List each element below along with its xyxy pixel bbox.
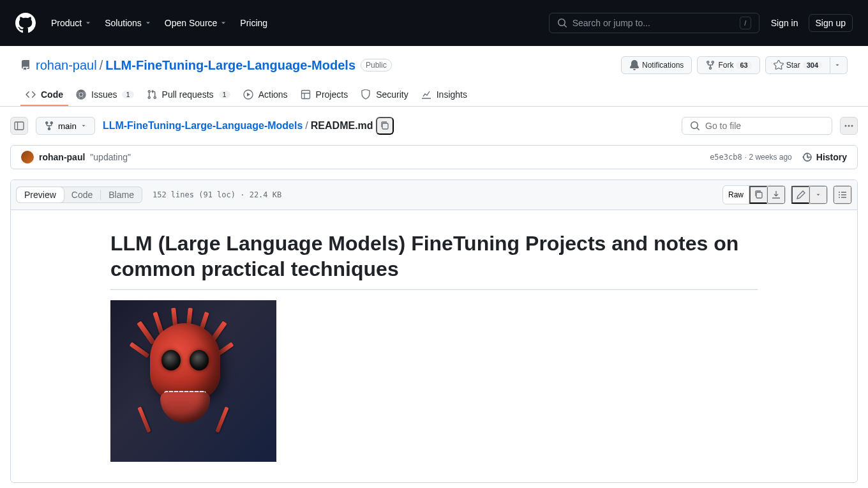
commit-author[interactable]: rohan-paul (39, 152, 85, 162)
repo-icon (20, 60, 31, 70)
tab-security[interactable]: Security (355, 84, 414, 106)
file-box: Preview Code Blame 152 lines (91 loc) · … (10, 179, 858, 483)
chevron-down-icon (815, 192, 821, 198)
table-icon (301, 89, 311, 100)
nav-product[interactable]: Product (46, 14, 97, 32)
svg-rect-2 (301, 91, 310, 99)
svg-point-7 (851, 125, 853, 127)
issues-count: 1 (122, 91, 133, 98)
file-info: 152 lines (91 loc) · 22.4 KB (153, 190, 722, 199)
star-icon (774, 60, 784, 70)
repo-name-link[interactable]: LLM-FineTuning-Large-Language-Models (105, 58, 355, 73)
view-code[interactable]: Code (64, 187, 100, 202)
copy-path-button[interactable] (376, 117, 394, 135)
star-button[interactable]: Star 304 (765, 56, 830, 74)
download-icon (771, 190, 781, 200)
pr-count: 1 (219, 91, 230, 98)
file-toolbar: Preview Code Blame 152 lines (91 loc) · … (11, 180, 857, 210)
svg-rect-4 (382, 123, 388, 129)
star-count: 304 (803, 61, 822, 69)
tab-actions[interactable]: Actions (238, 84, 293, 106)
primary-nav: Product Solutions Open Source Pricing (46, 14, 549, 32)
svg-rect-3 (15, 122, 24, 130)
breadcrumb: LLM-FineTuning-Large-Language-Models / R… (103, 117, 674, 135)
markdown-body: LLM (Large Language Models) FineTuning P… (11, 210, 857, 482)
goto-file-input[interactable] (682, 117, 832, 135)
nav-pricing[interactable]: Pricing (235, 14, 273, 32)
search-placeholder: Search or jump to... (572, 18, 740, 28)
outline-button[interactable] (834, 186, 851, 204)
tab-insights[interactable]: Insights (416, 84, 472, 106)
svg-rect-9 (756, 192, 762, 198)
tab-code[interactable]: Code (20, 84, 68, 106)
tab-issues[interactable]: Issues1 (71, 84, 139, 106)
file-nav: main LLM-FineTuning-Large-Language-Model… (0, 107, 868, 145)
branch-icon (44, 121, 54, 131)
more-button[interactable] (840, 117, 858, 135)
chevron-down-icon (834, 62, 841, 68)
star-menu-button[interactable] (830, 56, 848, 74)
download-button[interactable] (767, 186, 785, 204)
goto-file-field[interactable] (705, 121, 824, 131)
code-icon (26, 89, 36, 100)
view-preview[interactable]: Preview (17, 187, 64, 202)
readme-image (110, 300, 276, 462)
raw-button[interactable]: Raw (723, 186, 749, 204)
breadcrumb-root[interactable]: LLM-FineTuning-Large-Language-Models (103, 120, 303, 132)
svg-point-6 (848, 125, 850, 127)
tab-projects[interactable]: Projects (296, 84, 354, 106)
edit-button[interactable] (791, 186, 809, 204)
shield-icon (361, 89, 371, 100)
copy-raw-button[interactable] (749, 186, 767, 204)
commit-sha[interactable]: e5e3cb8 (710, 153, 742, 162)
edit-menu-button[interactable] (809, 186, 827, 204)
copy-icon (380, 121, 390, 131)
list-icon (837, 190, 848, 200)
global-header: Product Solutions Open Source Pricing Se… (0, 0, 868, 46)
play-icon (243, 89, 253, 100)
github-logo-icon[interactable] (15, 13, 36, 33)
pencil-icon (796, 190, 806, 200)
signup-button[interactable]: Sign up (809, 14, 853, 32)
signin-link[interactable]: Sign in (771, 18, 798, 28)
issue-icon (76, 89, 86, 100)
fork-button[interactable]: Fork 63 (697, 56, 760, 74)
fork-count: 63 (736, 61, 751, 69)
notifications-button[interactable]: Notifications (621, 56, 692, 74)
repo-tabs: Code Issues1 Pull requests1 Actions Proj… (0, 84, 868, 107)
latest-commit: rohan-paul "updating" e5e3cb8 · 2 weeks … (10, 145, 858, 169)
nav-opensource[interactable]: Open Source (160, 14, 233, 32)
kebab-icon (844, 121, 854, 131)
history-icon (802, 152, 812, 162)
history-link[interactable]: History (802, 152, 847, 162)
sidebar-icon (14, 121, 24, 131)
view-toggle: Preview Code Blame (16, 187, 142, 203)
svg-point-0 (80, 93, 83, 96)
search-input[interactable]: Search or jump to... / (549, 13, 760, 33)
branch-selector[interactable]: main (36, 117, 95, 135)
svg-point-5 (845, 125, 847, 127)
search-hotkey: / (740, 17, 751, 29)
copy-icon (754, 190, 764, 200)
search-icon (557, 18, 567, 28)
nav-solutions[interactable]: Solutions (100, 14, 157, 32)
graph-icon (421, 89, 431, 100)
search-icon (690, 121, 700, 131)
bell-icon (629, 60, 640, 70)
pr-icon (147, 89, 157, 100)
tab-pr[interactable]: Pull requests1 (142, 84, 236, 106)
repo-header: rohan-paul / LLM-FineTuning-Large-Langua… (0, 46, 868, 74)
breadcrumb-current: README.md (311, 120, 373, 132)
visibility-badge: Public (361, 59, 392, 72)
readme-heading: LLM (Large Language Models) FineTuning P… (110, 231, 758, 290)
chevron-down-icon (80, 123, 87, 129)
repo-owner-link[interactable]: rohan-paul (36, 58, 97, 73)
avatar[interactable] (21, 151, 34, 164)
commit-time: · 2 weeks ago (745, 153, 792, 162)
sidebar-toggle-button[interactable] (10, 117, 28, 135)
commit-message[interactable]: "updating" (90, 152, 710, 162)
view-blame[interactable]: Blame (101, 187, 142, 202)
fork-icon (705, 60, 715, 70)
